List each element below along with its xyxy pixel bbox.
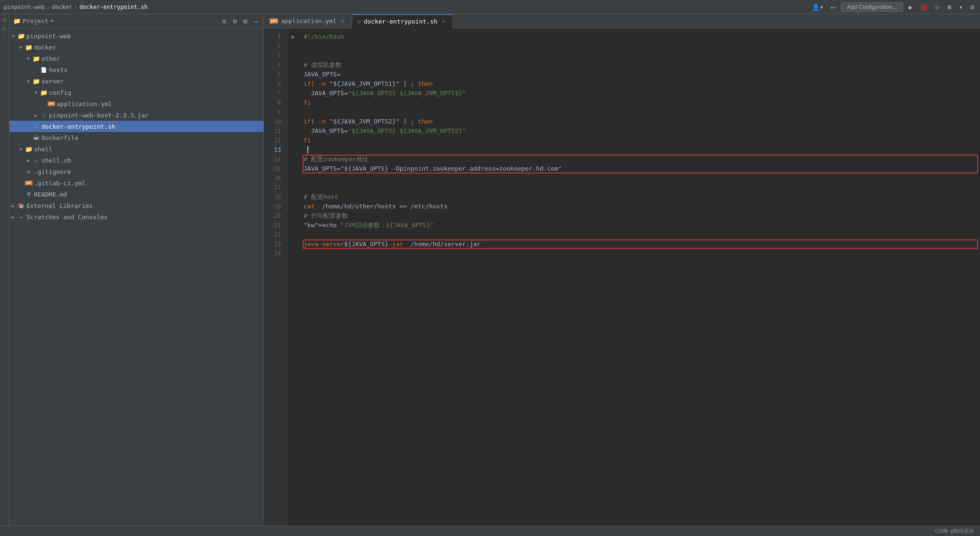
run-icon[interactable]: ▶ bbox=[907, 2, 914, 12]
changes-icon[interactable]: ↑ bbox=[1, 33, 8, 41]
tree-icon-Scratches and Consoles: ✏ bbox=[17, 214, 25, 220]
breadcrumb-docker[interactable]: docker bbox=[52, 4, 72, 10]
tree-arrow-other: ▼ bbox=[25, 56, 32, 61]
gear-icon[interactable]: ⚙ bbox=[241, 16, 249, 26]
tree-label-other: other bbox=[41, 55, 60, 62]
tree-item-shell.sh[interactable]: ▶▷shell.sh bbox=[9, 155, 264, 166]
coverage-icon[interactable]: ▷ bbox=[934, 2, 941, 12]
code-line-24 bbox=[304, 249, 974, 258]
hide-panel-icon[interactable]: — bbox=[252, 16, 260, 26]
tree-icon-Dockerfile: 🐳 bbox=[32, 135, 41, 141]
gutter-cell-24 bbox=[288, 249, 298, 258]
tree-label-.gitlab-ci.yml: .gitlab-ci.yml bbox=[34, 180, 86, 187]
gutter-cell-9 bbox=[288, 107, 298, 117]
tree-label-Dockerfile: Dockerfile bbox=[41, 134, 78, 141]
tree-label-shell.sh: shell.sh bbox=[41, 157, 71, 164]
code-line-4: # 虚拟机参数 bbox=[304, 60, 974, 70]
tree-icon-pinpoint-web-boot: ⬡ bbox=[40, 113, 48, 118]
tree-icon-.gitignore: ⊘ bbox=[25, 169, 33, 175]
tree-item-pinpoint-web[interactable]: ▼📁pinpoint-web bbox=[9, 30, 264, 41]
gutter-cell-8 bbox=[288, 98, 298, 107]
structure-icon[interactable]: ☰ bbox=[1, 16, 8, 24]
tree-icon-pinpoint-web: 📁 bbox=[17, 33, 25, 40]
breadcrumb-pinpoint-web[interactable]: pinpoint-web bbox=[4, 4, 45, 10]
line-num-15: 15 bbox=[264, 164, 285, 173]
code-line-20: # 打印配置参数 bbox=[304, 211, 974, 221]
tree-arrow-shell.sh: ▶ bbox=[25, 158, 32, 163]
collapse-all-icon[interactable]: ⊟ bbox=[231, 16, 239, 26]
code-line-16 bbox=[304, 173, 974, 183]
gutter-cell-3 bbox=[288, 51, 298, 60]
code-content: #!/bin/bash # 虚拟机参数JAVA_OPTS=if [ -n "${… bbox=[298, 28, 980, 262]
more-icon[interactable]: ▾ bbox=[957, 2, 964, 12]
tree-item-pinpoint-web-boot[interactable]: ▶⬡pinpoint-web-boot-2.3.3.jar bbox=[9, 109, 264, 121]
code-line-19: cat /home/hd/other/hosts >> /etc/hosts bbox=[304, 202, 974, 211]
tree-item-shell[interactable]: ▼📁shell bbox=[9, 143, 264, 155]
project-tree: ▼📁pinpoint-web▼📁docker▼📁other📄hosts▼📁ser… bbox=[9, 28, 264, 526]
tree-item-Scratches and Consoles[interactable]: ▶✏Scratches and Consoles bbox=[9, 211, 264, 223]
editor-area: ymlapplication.yml×▷docker-entrypoint.sh… bbox=[264, 14, 980, 526]
line-num-24: 24 bbox=[264, 249, 285, 258]
debug-icon[interactable]: 🐞 bbox=[918, 2, 930, 12]
chevron-down-icon[interactable]: ▼ bbox=[50, 18, 53, 24]
user-icon[interactable]: 👤▾ bbox=[810, 2, 825, 12]
run-arrow[interactable]: ▶ bbox=[291, 33, 295, 40]
line-num-16: 16 bbox=[264, 173, 285, 183]
tab-application.yml[interactable]: ymlapplication.yml× bbox=[264, 14, 352, 28]
tab-label-application.yml: application.yml bbox=[281, 17, 336, 25]
line-num-20: 20 bbox=[264, 211, 285, 221]
profile-icon[interactable]: ⊞ bbox=[946, 2, 953, 12]
code-line-23: java -server ${JAVA_OPTS} -jar /home/hd/… bbox=[304, 239, 974, 249]
tree-item-docker[interactable]: ▼📁docker bbox=[9, 41, 264, 53]
tree-item-config[interactable]: ▼📁config bbox=[9, 87, 264, 98]
tree-item-.gitlab-ci.yml[interactable]: yml.gitlab-ci.yml bbox=[9, 177, 264, 189]
gutter-cell-19 bbox=[288, 202, 298, 211]
tree-item-other[interactable]: ▼📁other bbox=[9, 53, 264, 64]
gutter-cell-12 bbox=[288, 136, 298, 145]
gutter-cell-20 bbox=[288, 211, 298, 221]
tree-item-server[interactable]: ▼📁server bbox=[9, 75, 264, 87]
tab-bar: ymlapplication.yml×▷docker-entrypoint.sh… bbox=[264, 14, 980, 28]
gutter: ▶ bbox=[288, 28, 298, 526]
line-num-17: 17 bbox=[264, 183, 285, 192]
gutter-cell-5 bbox=[288, 70, 298, 79]
tree-item-.gitignore[interactable]: ⊘.gitignore bbox=[9, 166, 264, 177]
tree-label-External Libraries: External Libraries bbox=[26, 202, 93, 209]
bookmark-icon[interactable]: ⊡ bbox=[1, 25, 8, 32]
tree-label-docker: docker bbox=[34, 44, 56, 51]
tree-label-application.yml: application.yml bbox=[57, 100, 112, 107]
line-num-14: 14 bbox=[264, 155, 285, 164]
line-num-12: 12 bbox=[264, 136, 285, 145]
project-header-icons: ⊙ ⊟ ⚙ — bbox=[220, 16, 260, 26]
tab-close-application.yml[interactable]: × bbox=[339, 18, 346, 25]
code-wrapper[interactable]: #!/bin/bash # 虚拟机参数JAVA_OPTS=if [ -n "${… bbox=[298, 28, 980, 526]
line-num-18: 18 bbox=[264, 192, 285, 202]
scroll-from-source-icon[interactable]: ⊙ bbox=[220, 16, 228, 26]
tree-item-README.md[interactable]: MREADME.md bbox=[9, 189, 264, 200]
breadcrumb-file[interactable]: docker-entrypoint.sh bbox=[80, 4, 148, 10]
breadcrumb: pinpoint-web › docker › docker-entrypoin… bbox=[4, 4, 148, 10]
tab-close-docker-entrypoint.sh[interactable]: × bbox=[440, 18, 447, 25]
line-num-10: 10 bbox=[264, 117, 285, 126]
tree-icon-.gitlab-ci.yml: yml bbox=[25, 181, 33, 185]
gutter-cell-22 bbox=[288, 230, 298, 239]
line-num-4: 4 bbox=[264, 60, 285, 70]
add-config-button[interactable]: Add Configuration... bbox=[841, 2, 903, 12]
code-line-10: if [ -n "${JAVA_JVM_OPTS2}" ] ; then bbox=[304, 117, 974, 126]
tab-docker-entrypoint.sh[interactable]: ▷docker-entrypoint.sh× bbox=[352, 14, 453, 28]
line-num-11: 11 bbox=[264, 126, 285, 136]
tree-item-Dockerfile[interactable]: 🐳Dockerfile bbox=[9, 132, 264, 143]
code-line-3 bbox=[304, 51, 974, 60]
tab-icon-docker-entrypoint.sh: ▷ bbox=[358, 18, 361, 25]
settings-icon[interactable]: ⚙ bbox=[969, 2, 976, 12]
run-back-icon[interactable]: ⟵ bbox=[829, 2, 837, 12]
project-panel: 📁 Project ▼ ⊙ ⊟ ⚙ — ▼📁pinpoint-web▼📁dock… bbox=[9, 14, 264, 526]
tree-item-docker-entrypoint.sh[interactable]: ▷docker-entrypoint.sh bbox=[9, 121, 264, 132]
tree-item-External Libraries[interactable]: ▶📚External Libraries bbox=[9, 200, 264, 211]
code-line-5: JAVA_OPTS= bbox=[304, 70, 974, 79]
tree-arrow-pinpoint-web-boot: ▶ bbox=[32, 113, 40, 118]
tree-item-application.yml[interactable]: ymlapplication.yml bbox=[9, 98, 264, 109]
top-bar: pinpoint-web › docker › docker-entrypoin… bbox=[0, 0, 980, 14]
tree-label-shell: shell bbox=[34, 146, 52, 153]
tree-item-hosts[interactable]: 📄hosts bbox=[9, 64, 264, 75]
